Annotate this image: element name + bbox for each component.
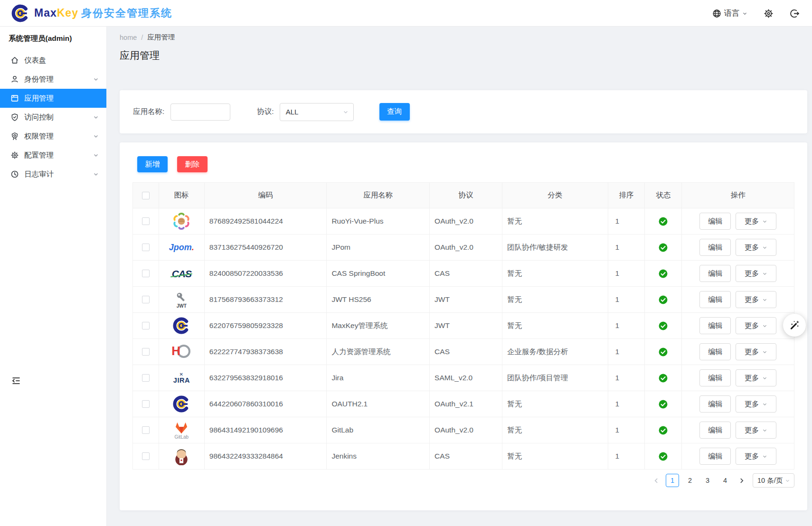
gear-icon (764, 9, 774, 19)
edit-button[interactable]: 编辑 (699, 239, 731, 256)
chevron-down-icon (93, 76, 99, 82)
sidebar-item-permissions[interactable]: 权限管理 (0, 127, 106, 146)
app-category: 暂无 (502, 391, 608, 417)
edit-button[interactable]: 编辑 (699, 317, 731, 334)
sidebar: 系统管理员(admin) 仪表盘 身份管理 应用管理 (0, 27, 107, 526)
sidebar-collapse-button[interactable] (11, 376, 21, 385)
sidebar-item-applications[interactable]: 应用管理 (0, 89, 106, 108)
delete-button[interactable]: 删除 (177, 156, 208, 172)
gear-icon (10, 151, 19, 160)
brand-name-key: Key (57, 7, 78, 19)
app-id: 986432249333284864 (205, 443, 327, 469)
more-button[interactable]: 更多 (736, 369, 776, 386)
app-sort: 1 (608, 391, 645, 417)
edit-button[interactable]: 编辑 (699, 395, 731, 413)
sidebar-item-identity[interactable]: 身份管理 (0, 70, 106, 89)
app-name-input[interactable] (170, 103, 230, 121)
app-name: JPom (327, 235, 430, 260)
app-protocol: CAS (430, 339, 502, 365)
page-title: 应用管理 (120, 49, 160, 62)
page-button-2[interactable]: 2 (683, 474, 697, 487)
edit-button[interactable]: 编辑 (699, 265, 731, 282)
more-button[interactable]: 更多 (736, 239, 776, 256)
prev-page-button[interactable] (651, 474, 661, 487)
edit-button[interactable]: 编辑 (699, 369, 731, 386)
edit-button[interactable]: 编辑 (699, 448, 731, 465)
chevron-down-icon (93, 171, 99, 177)
add-button[interactable]: 新增 (137, 156, 168, 172)
chevron-down-icon (742, 11, 747, 16)
app-sort: 1 (608, 261, 645, 286)
clock-icon (10, 170, 19, 178)
row-checkbox[interactable] (142, 296, 150, 303)
sidebar-item-label: 仪表盘 (24, 56, 47, 66)
protocol-select[interactable]: ALL (280, 103, 354, 121)
row-checkbox[interactable] (142, 400, 150, 408)
row-checkbox[interactable] (142, 452, 150, 460)
edit-button[interactable]: 编辑 (699, 343, 731, 360)
app-category: 暂无 (502, 443, 608, 469)
next-page-button[interactable] (736, 474, 746, 487)
app-id: 622227747938373638 (205, 339, 327, 365)
more-button[interactable]: 更多 (736, 213, 776, 230)
status-enabled-icon (659, 269, 668, 278)
edit-button[interactable]: 编辑 (699, 213, 731, 230)
breadcrumb-home-link[interactable]: home (120, 34, 137, 41)
page-button-3[interactable]: 3 (701, 474, 714, 487)
app-name: CAS SpringBoot (327, 261, 430, 286)
sidebar-item-audit-log[interactable]: 日志审计 (0, 165, 106, 184)
search-button[interactable]: 查询 (379, 103, 410, 121)
floating-tool-button[interactable] (783, 314, 806, 337)
edit-button[interactable]: 编辑 (699, 291, 731, 308)
filter-panel: 应用名称: 协议: ALL 查询 (120, 90, 807, 133)
app-protocol: OAuth_v2.0 (430, 417, 502, 443)
chevron-down-icon (762, 349, 767, 355)
row-checkbox[interactable] (142, 244, 150, 251)
table-row: CAS 824008507220033536 CAS SpringBoot CA… (133, 261, 794, 287)
shield-icon (10, 113, 19, 122)
row-checkbox[interactable] (142, 217, 150, 225)
logout-button[interactable] (790, 9, 800, 19)
sidebar-item-label: 权限管理 (24, 132, 54, 141)
page-size-select[interactable]: 10 条/页 (753, 473, 794, 488)
app-protocol: JWT (430, 313, 502, 338)
brand-subtitle: 身份安全管理系统 (81, 7, 172, 19)
more-button[interactable]: 更多 (736, 448, 776, 465)
row-checkbox[interactable] (142, 374, 150, 382)
app-name: RuoYi-Vue-Plus (327, 208, 430, 234)
header-actions: 语言 (712, 0, 800, 27)
app-sort: 1 (608, 313, 645, 338)
more-button[interactable]: 更多 (736, 343, 776, 360)
more-button[interactable]: 更多 (736, 291, 776, 308)
breadcrumb-current: 应用管理 (147, 33, 175, 42)
maxkey-icon (172, 394, 191, 413)
page-button-1[interactable]: 1 (666, 474, 679, 487)
sidebar-item-access-control[interactable]: 访问控制 (0, 108, 106, 127)
row-checkbox[interactable] (142, 348, 150, 356)
hr-icon: H (171, 344, 191, 360)
sidebar-item-configuration[interactable]: 配置管理 (0, 146, 106, 165)
app-sort: 1 (608, 365, 645, 391)
more-button[interactable]: 更多 (736, 265, 776, 282)
page-button-4[interactable]: 4 (718, 474, 732, 487)
jira-icon: ✕JIRA (173, 372, 190, 384)
more-button[interactable]: 更多 (736, 317, 776, 334)
row-checkbox[interactable] (142, 426, 150, 434)
language-switch[interactable]: 语言 (712, 9, 747, 19)
settings-button[interactable] (764, 9, 774, 19)
app-id: 824008507220033536 (205, 261, 327, 286)
app-name: Jenkins (327, 443, 430, 469)
cas-icon: CAS (172, 269, 191, 279)
sidebar-item-dashboard[interactable]: 仪表盘 (0, 51, 106, 70)
more-button[interactable]: 更多 (736, 422, 776, 439)
row-checkbox[interactable] (142, 322, 150, 329)
more-button[interactable]: 更多 (736, 395, 776, 413)
apps-icon (10, 94, 19, 103)
chevron-down-icon (762, 245, 767, 250)
row-checkbox[interactable] (142, 270, 150, 277)
chevron-right-icon (738, 478, 745, 484)
select-all-checkbox[interactable] (142, 192, 150, 199)
status-enabled-icon (659, 452, 668, 461)
edit-button[interactable]: 编辑 (699, 422, 731, 439)
status-enabled-icon (659, 295, 668, 304)
